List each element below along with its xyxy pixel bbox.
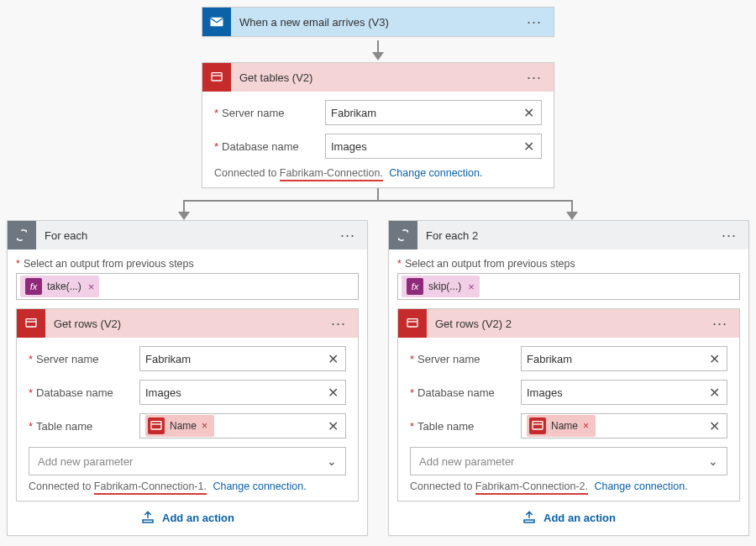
get-tables-card[interactable]: Get tables (V2) ··· *Server name Fabrika… <box>202 62 554 188</box>
for-each-2-header[interactable]: For each 2 ··· <box>389 221 748 249</box>
clear-icon[interactable]: ✕ <box>522 105 536 121</box>
sql-icon <box>398 309 427 338</box>
clear-icon[interactable]: ✕ <box>707 385 722 401</box>
get-rows-1-title: Get rows (V2) <box>54 318 326 330</box>
add-action-button[interactable]: Add an action <box>16 501 359 525</box>
server-name-label: *Server name <box>410 353 514 365</box>
get-rows-1-menu-icon[interactable]: ··· <box>326 315 351 333</box>
for-each-2-card[interactable]: For each 2 ··· *Select an output from pr… <box>388 220 749 536</box>
get-rows-2-title: Get rows (V2) 2 <box>435 318 707 330</box>
loop-icon <box>8 221 36 249</box>
get-rows-1-card[interactable]: Get rows (V2) ··· *Server name Fabrikam … <box>16 308 359 501</box>
connection-info: Connected to Fabrikam-Connection. Change… <box>214 167 542 179</box>
svg-rect-5 <box>151 422 161 429</box>
svg-rect-10 <box>533 422 543 429</box>
for-each-1-title: For each <box>45 229 335 242</box>
trigger-title: When a new email arrives (V3) <box>239 16 522 29</box>
change-connection-link[interactable]: Change connection. <box>594 480 687 492</box>
expression-pill[interactable]: fx take(...) × <box>20 276 99 297</box>
loop-icon <box>389 221 417 249</box>
sql-icon <box>17 309 45 338</box>
pill-remove-icon[interactable]: × <box>88 281 95 293</box>
database-name-input[interactable]: Images ✕ <box>521 380 727 405</box>
clear-icon[interactable]: ✕ <box>326 351 340 367</box>
for-each-1-card[interactable]: For each ··· *Select an output from prev… <box>7 220 368 536</box>
clear-icon[interactable]: ✕ <box>707 418 722 434</box>
get-rows-2-header[interactable]: Get rows (V2) 2 ··· <box>398 309 739 338</box>
arrow-down-icon <box>7 40 749 60</box>
expression-pill[interactable]: fx skip(...) × <box>402 276 480 297</box>
fx-icon: fx <box>407 278 423 295</box>
prev-steps-label: *Select an output from previous steps <box>397 258 740 270</box>
database-name-input[interactable]: Images ✕ <box>139 380 346 405</box>
get-tables-body: *Server name Fabrikam ✕ *Database name I… <box>202 92 554 187</box>
database-name-label: *Database name <box>410 386 514 399</box>
database-name-label: *Database name <box>214 140 318 153</box>
for-each-1-menu-icon[interactable]: ··· <box>335 227 360 244</box>
for-each-2-menu-icon[interactable]: ··· <box>717 227 742 244</box>
table-name-input[interactable]: Name × ✕ <box>521 413 727 438</box>
pill-remove-icon[interactable]: × <box>468 281 475 293</box>
get-rows-1-header[interactable]: Get rows (V2) ··· <box>17 309 358 338</box>
change-connection-link[interactable]: Change connection. <box>389 167 482 179</box>
branch-connector <box>7 188 749 220</box>
clear-icon[interactable]: ✕ <box>707 351 722 367</box>
clear-icon[interactable]: ✕ <box>326 385 340 401</box>
dynamic-token[interactable]: Name × <box>145 415 214 437</box>
add-action-icon <box>522 510 537 525</box>
prev-steps-input[interactable]: fx skip(...) × <box>397 273 740 300</box>
server-name-input[interactable]: Fabrikam ✕ <box>521 346 727 371</box>
flow-canvas: When a new email arrives (V3) ··· Get ta… <box>7 7 749 536</box>
add-parameter-dropdown[interactable]: Add new parameter ⌄ <box>29 447 346 475</box>
connection-name: Fabrikam-Connection-2. <box>475 480 588 495</box>
dynamic-token[interactable]: Name × <box>527 415 596 437</box>
fx-icon: fx <box>25 278 42 295</box>
token-remove-icon[interactable]: × <box>583 420 589 432</box>
add-action-button[interactable]: Add an action <box>397 501 740 525</box>
connection-info: Connected to Fabrikam-Connection-2. Chan… <box>410 480 727 492</box>
trigger-card[interactable]: When a new email arrives (V3) ··· <box>202 7 554 37</box>
svg-rect-7 <box>143 520 153 522</box>
table-name-input[interactable]: Name × ✕ <box>139 413 346 438</box>
for-each-2-title: For each 2 <box>426 229 717 242</box>
trigger-header[interactable]: When a new email arrives (V3) ··· <box>202 8 554 36</box>
database-name-input[interactable]: Images ✕ <box>325 134 542 159</box>
prev-steps-label: *Select an output from previous steps <box>16 258 359 270</box>
prev-steps-input[interactable]: fx take(...) × <box>16 273 359 300</box>
get-rows-2-card[interactable]: Get rows (V2) 2 ··· *Server name Fabrika… <box>397 308 740 501</box>
get-rows-2-menu-icon[interactable]: ··· <box>707 315 732 333</box>
trigger-menu-icon[interactable]: ··· <box>522 13 547 31</box>
add-parameter-dropdown[interactable]: Add new parameter ⌄ <box>410 447 727 475</box>
server-name-input[interactable]: Fabrikam ✕ <box>139 346 346 371</box>
server-name-label: *Server name <box>29 353 133 365</box>
svg-rect-8 <box>407 319 417 327</box>
token-remove-icon[interactable]: × <box>202 420 207 432</box>
server-name-label: *Server name <box>214 107 318 119</box>
change-connection-link[interactable]: Change connection. <box>213 480 306 492</box>
get-tables-menu-icon[interactable]: ··· <box>522 69 547 87</box>
sql-icon <box>202 63 231 92</box>
svg-rect-12 <box>524 520 534 522</box>
chevron-down-icon: ⌄ <box>327 454 337 468</box>
svg-rect-1 <box>212 73 222 81</box>
outlook-icon <box>202 8 231 36</box>
database-name-label: *Database name <box>29 386 133 399</box>
table-name-label: *Table name <box>29 420 133 433</box>
clear-icon[interactable]: ✕ <box>522 139 536 155</box>
connection-name: Fabrikam-Connection-1. <box>94 480 207 495</box>
add-action-icon <box>140 510 155 525</box>
svg-rect-3 <box>26 319 36 327</box>
connection-info: Connected to Fabrikam-Connection-1. Chan… <box>29 480 346 492</box>
table-name-label: *Table name <box>410 420 514 433</box>
sql-icon <box>529 417 546 434</box>
get-tables-title: Get tables (V2) <box>239 71 522 84</box>
server-name-input[interactable]: Fabrikam ✕ <box>325 100 542 125</box>
get-tables-header[interactable]: Get tables (V2) ··· <box>202 63 554 92</box>
clear-icon[interactable]: ✕ <box>326 418 340 434</box>
sql-icon <box>148 417 165 434</box>
connection-name: Fabrikam-Connection. <box>280 167 383 181</box>
chevron-down-icon: ⌄ <box>708 454 718 468</box>
for-each-1-header[interactable]: For each ··· <box>8 221 367 249</box>
